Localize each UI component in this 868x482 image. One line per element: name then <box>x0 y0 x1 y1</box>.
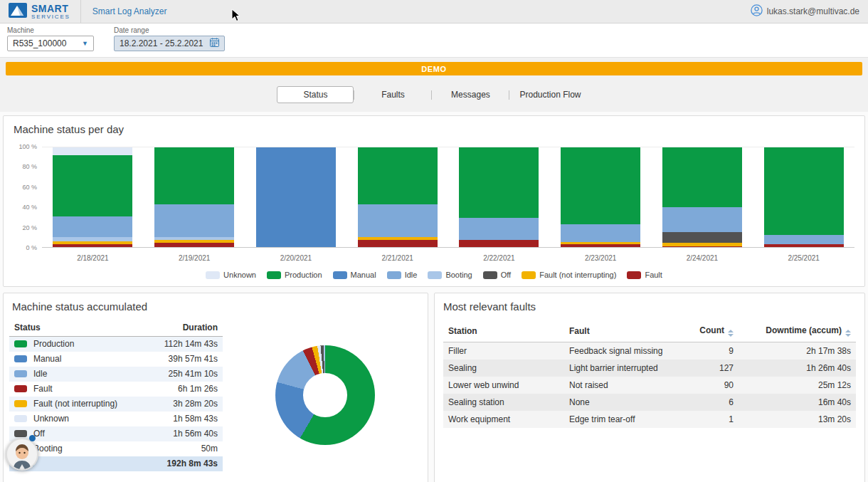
stacked-bar-2/18/2021[interactable] <box>53 147 132 247</box>
bottom-row: Machine status accumulated StatusDuratio… <box>3 293 865 482</box>
y-tick-label: 80 % <box>22 163 37 170</box>
legend-item-booting: Booting <box>428 271 472 279</box>
bar-segment-idle <box>764 235 844 244</box>
stacked-bar-chart: 100 %80 %60 %40 %20 %0 % <box>14 147 854 251</box>
card-title-status-per-day: Machine status per day <box>14 123 854 135</box>
stacked-bar-2/24/2021[interactable] <box>662 147 742 247</box>
accumulated-row-fault-not-interrupting-[interactable]: Fault (not interrupting)3h 28m 20s <box>9 397 223 412</box>
x-axis-label: 2/18/2021 <box>53 254 132 262</box>
accumulated-row-manual[interactable]: Manual39h 57m 41s <box>9 352 223 367</box>
status-color-key <box>14 355 27 362</box>
status-cell: Manual <box>9 352 146 367</box>
station-cell: Sealing <box>443 360 564 377</box>
status-color-key <box>14 340 27 347</box>
accumulated-row-booting[interactable]: Booting50m <box>9 441 223 456</box>
legend-swatch <box>627 271 641 279</box>
y-tick-label: 40 % <box>22 204 37 211</box>
downtime-cell: 2h 17m 38s <box>739 342 856 360</box>
tab-production-flow[interactable]: Production Flow <box>509 87 591 103</box>
accumulated-row-idle[interactable]: Idle25h 41m 10s <box>9 367 223 382</box>
stacked-bar-2/20/2021[interactable] <box>256 147 336 247</box>
accumulated-row-fault[interactable]: Fault6h 1m 26s <box>9 382 223 397</box>
accumulated-col-status: Status <box>9 320 146 337</box>
sort-icon[interactable] <box>728 330 734 337</box>
bar-segment-production <box>53 155 132 216</box>
stacked-bar-2/25/2021[interactable] <box>764 147 844 247</box>
stacked-bar-2/21/2021[interactable] <box>358 147 438 247</box>
bar-segment-fault <box>561 244 640 247</box>
status-color-key <box>14 370 27 377</box>
bar-segment-production <box>561 147 640 224</box>
status-cell: Unknown <box>9 412 146 426</box>
machine-field: Machine R535_100000 ▼ <box>7 26 94 51</box>
user-email: lukas.stark@multivac.de <box>767 6 859 16</box>
sort-icon[interactable] <box>845 330 851 337</box>
chevron-down-icon: ▼ <box>82 40 88 47</box>
station-cell: Work equipment <box>443 411 564 428</box>
status-color-key <box>14 415 27 422</box>
legend-swatch <box>387 271 401 279</box>
tab-faults[interactable]: Faults <box>354 87 431 103</box>
y-tick-label: 100 % <box>18 143 37 150</box>
banner-tabs-section: DEMO StatusFaultsMessagesProduction Flow <box>0 57 868 112</box>
bar-segment-fault <box>53 244 132 247</box>
accumulated-content: StatusDurationProduction112h 14m 43sManu… <box>4 320 428 471</box>
date-range-input[interactable]: 18.2.2021 - 25.2.2021 <box>114 36 225 51</box>
faults-col-count[interactable]: Count <box>671 321 739 342</box>
legend-item-manual: Manual <box>333 271 376 279</box>
status-color-key <box>14 400 27 407</box>
stacked-bar-2/22/2021[interactable] <box>459 147 539 247</box>
status-donut-chart[interactable] <box>275 345 375 445</box>
station-cell: Lower web unwind <box>443 377 564 394</box>
count-cell: 6 <box>671 394 739 411</box>
stacked-bar-2/23/2021[interactable] <box>561 147 640 247</box>
bar-segment-production <box>358 147 438 204</box>
user-menu[interactable]: lukas.stark@multivac.de <box>751 4 859 19</box>
machine-label: Machine <box>7 26 94 34</box>
machine-select[interactable]: R535_100000 ▼ <box>7 36 94 51</box>
count-cell: 1 <box>671 411 739 428</box>
demo-banner: DEMO <box>6 62 862 75</box>
logo-text: SMART SERVICES <box>31 4 70 20</box>
faults-row-sealing[interactable]: SealingLight barrier interrupted1271h 26… <box>443 360 856 377</box>
faults-row-lower-web-unwind[interactable]: Lower web unwindNot raised9025m 12s <box>443 377 856 394</box>
legend-label: Off <box>501 271 511 279</box>
chart-plot-area <box>42 147 854 248</box>
machine-status-accumulated-card: Machine status accumulated StatusDuratio… <box>3 293 428 482</box>
bar-segment-idle <box>561 224 640 242</box>
card-title-accumulated: Machine status accumulated <box>4 300 428 313</box>
chatbot-notification-dot <box>29 435 36 441</box>
fault-cell: None <box>564 394 671 411</box>
bar-segment-unknown <box>53 147 132 155</box>
tab-messages[interactable]: Messages <box>432 87 509 103</box>
chatbot-avatar[interactable] <box>6 438 38 471</box>
status-color-key <box>14 385 27 392</box>
date-range-field: Date range 18.2.2021 - 25.2.2021 <box>114 26 225 51</box>
legend-item-unknown: Unknown <box>206 271 256 279</box>
faults-row-filler[interactable]: FillerFeedback signal missing92h 17m 38s <box>443 342 856 360</box>
chatbot-character-icon <box>8 442 36 469</box>
legend-swatch <box>522 271 536 279</box>
accumulated-row-production[interactable]: Production112h 14m 43s <box>9 337 223 352</box>
bar-segment-production <box>662 147 742 207</box>
accumulated-row-total[interactable]: Total192h 8m 43s <box>9 456 223 471</box>
bar-segment-fault <box>459 240 539 247</box>
accumulated-row-off[interactable]: Off1h 56m 40s <box>9 426 223 441</box>
machine-select-value: R535_100000 <box>13 38 66 48</box>
date-range-label: Date range <box>114 26 225 34</box>
bar-segment-production <box>764 147 844 235</box>
x-axis-label: 2/21/2021 <box>358 254 438 262</box>
y-tick-label: 0 % <box>26 244 37 251</box>
faults-col-downtime-accum-[interactable]: Downtime (accum) <box>739 321 856 342</box>
tab-status[interactable]: Status <box>277 86 354 103</box>
accumulated-header-row: StatusDuration <box>9 320 223 337</box>
y-tick-label: 60 % <box>22 184 37 191</box>
legend-label: Booting <box>445 271 472 279</box>
accumulated-row-unknown[interactable]: Unknown1h 58m 43s <box>9 412 223 426</box>
machine-status-per-day-card: Machine status per day 100 %80 %60 %40 %… <box>3 115 865 287</box>
stacked-bar-2/19/2021[interactable] <box>154 147 234 247</box>
faults-row-sealing-station[interactable]: Sealing stationNone616m 40s <box>443 394 856 411</box>
bar-segment-idle <box>459 218 539 240</box>
app-title: Smart Log Analyzer <box>92 6 167 16</box>
faults-row-work-equipment[interactable]: Work equipmentEdge trim tear-off113m 20s <box>443 411 856 428</box>
